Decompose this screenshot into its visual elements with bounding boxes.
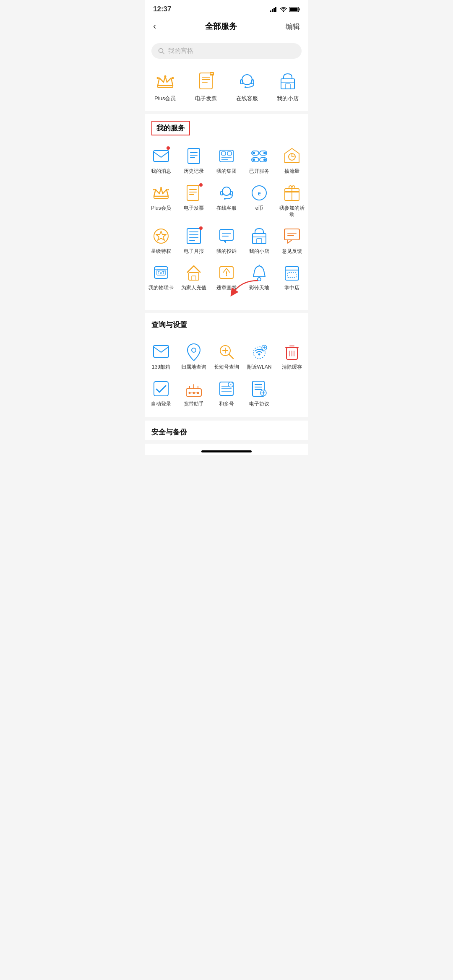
quick-service-label: 在线客服 [236, 95, 258, 102]
grid-item-ecoin[interactable]: e e币 [243, 178, 276, 221]
activity-label: 我参加的活动 [277, 205, 307, 218]
search-bar[interactable]: 我的宫格 [151, 43, 302, 59]
grid-item-palmshop[interactable]: 掌中店 [276, 258, 308, 295]
svg-rect-21 [240, 80, 243, 84]
service2-icon-wrap [217, 183, 236, 203]
grid-item-recharge[interactable]: 为家人充值 [177, 258, 210, 295]
svg-rect-10 [158, 86, 173, 88]
grid-item-wlan[interactable]: 附近WLAN [243, 337, 276, 374]
grid-item-broadband[interactable]: 宽带助手 [177, 374, 210, 411]
svg-rect-95 [154, 346, 169, 357]
complaint-icon [218, 228, 235, 244]
monthly-icon [186, 228, 201, 244]
status-icons [270, 7, 300, 12]
shop2-icon [251, 228, 268, 244]
search-icon [158, 48, 165, 55]
svg-rect-27 [154, 151, 169, 161]
autologin-label: 自动登录 [151, 401, 171, 408]
quick-item-myshop[interactable]: 我的小店 [271, 71, 305, 102]
history-icon-wrap [184, 146, 203, 166]
grid-item-invoice2[interactable]: 电子发票 [177, 178, 210, 221]
feedback-icon-wrap [282, 226, 302, 246]
svg-rect-0 [270, 10, 271, 12]
plus-icon-wrap [155, 71, 175, 91]
message-label: 我的消息 [151, 168, 171, 175]
svg-rect-58 [230, 191, 232, 195]
invoice-icon-wrap [196, 71, 216, 91]
svg-point-20 [242, 75, 252, 85]
svg-rect-86 [192, 276, 196, 280]
grid-item-complaint[interactable]: 我的投诉 [210, 221, 243, 258]
query-settings-grid: 139邮箱 归属地查询 长短号查询 [145, 333, 308, 417]
grid-item-plus2[interactable]: Plus会员 [145, 178, 177, 221]
toggle-icon [251, 149, 268, 163]
grid-item-autologin[interactable]: 自动登录 [145, 374, 177, 411]
grid-item-service2[interactable]: 在线客服 [210, 178, 243, 221]
svg-point-13 [172, 77, 174, 79]
grid-item-multinumber[interactable]: + 和多号 [210, 374, 243, 411]
svg-rect-33 [221, 152, 226, 155]
grid-item-traffic[interactable]: 抽流量 [276, 141, 308, 178]
grid-item-monthly[interactable]: 电子月报 [177, 221, 210, 258]
headset-icon [238, 72, 256, 91]
svg-rect-7 [290, 8, 298, 11]
grid-item-message[interactable]: 我的消息 [145, 141, 177, 178]
my-services-title: 我的服务 [151, 121, 190, 135]
svg-point-119 [197, 392, 199, 394]
grid-item-feedback[interactable]: 意见反馈 [276, 221, 308, 258]
grid-item-mail139[interactable]: 139邮箱 [145, 337, 177, 374]
svg-point-42 [253, 159, 255, 161]
shortnumber-icon-wrap [217, 342, 236, 361]
location-icon-wrap [184, 342, 203, 361]
svg-point-49 [153, 189, 155, 190]
envelope-icon [153, 149, 169, 163]
quick-item-plus[interactable]: Plus会员 [148, 71, 182, 102]
quick-item-service[interactable]: 在线客服 [230, 71, 264, 102]
security-title: 安全与备份 [145, 421, 308, 440]
service2-label: 在线客服 [216, 205, 237, 212]
grid-item-star[interactable]: 星级特权 [145, 221, 177, 258]
service-icon-wrap [237, 71, 257, 91]
mail139-icon-wrap [151, 342, 171, 361]
opened-icon-wrap [250, 146, 269, 166]
gift-icon [284, 185, 300, 201]
trash-icon [285, 343, 299, 360]
grid-item-clearcache[interactable]: 清除缓存 [276, 337, 308, 374]
grid-item-iot[interactable]: IoT 我的物联卡 [145, 258, 177, 295]
location-icon [187, 343, 201, 361]
svg-rect-52 [187, 185, 199, 200]
svg-point-102 [258, 353, 260, 355]
svg-point-23 [245, 86, 246, 88]
grid-item-location[interactable]: 归属地查询 [177, 337, 210, 374]
grid-item-history[interactable]: 历史记录 [177, 141, 210, 178]
svg-marker-66 [156, 231, 166, 240]
svg-point-50 [160, 187, 162, 189]
svg-line-98 [229, 354, 233, 359]
wlan-label: 附近WLAN [247, 364, 272, 371]
grid-item-activity[interactable]: 我参加的活动 [276, 178, 308, 221]
grid-item-econtract[interactable]: 电子协议 [243, 374, 276, 411]
grid-item-shortnumber[interactable]: 长短号查询 [210, 337, 243, 374]
quick-item-invoice[interactable]: 电子发票 [189, 71, 223, 102]
history-label: 历史记录 [184, 168, 204, 175]
grid-item-opened[interactable]: 已开服务 [243, 141, 276, 178]
wlan-icon-wrap [250, 342, 269, 361]
wifi-icon [280, 7, 287, 12]
multinumber-icon: + [218, 380, 235, 397]
svg-rect-34 [227, 152, 232, 155]
svg-rect-78 [284, 229, 299, 240]
wlan-icon [251, 343, 268, 360]
red-arrow-annotation [224, 276, 275, 297]
edit-button[interactable]: 编辑 [286, 22, 300, 31]
back-button[interactable]: ‹ [153, 21, 156, 32]
grid-item-group[interactable]: 我的集团 [210, 141, 243, 178]
crown-icon [156, 74, 174, 89]
myshop2-icon-wrap [250, 226, 269, 246]
mail139-label: 139邮箱 [152, 364, 170, 371]
invoice2-icon [186, 185, 201, 201]
svg-rect-92 [285, 267, 299, 280]
status-time: 12:37 [153, 5, 171, 13]
palmshop-icon [284, 264, 300, 281]
grid-item-myshop2[interactable]: 我的小店 [243, 221, 276, 258]
svg-point-118 [193, 392, 195, 394]
